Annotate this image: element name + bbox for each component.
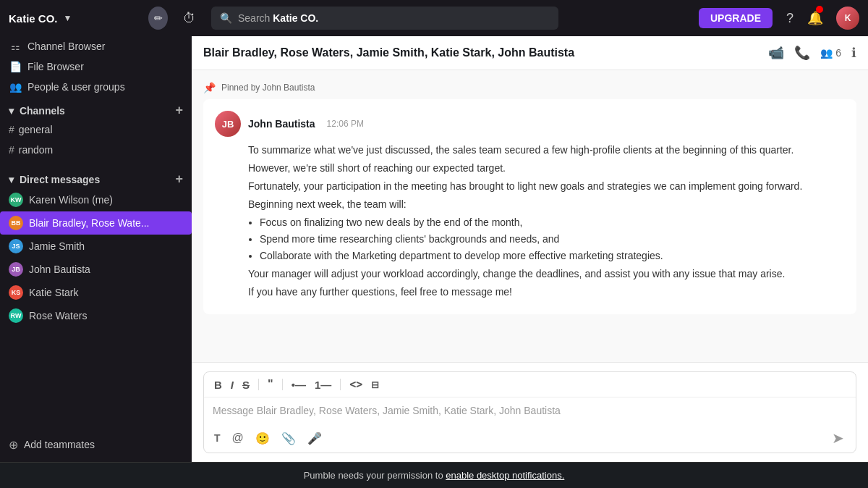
sidebar-item-random[interactable]: # random	[0, 140, 192, 160]
bottom-toolbar-left: T @ 🙂 📎 🎤	[211, 430, 325, 447]
send-button[interactable]: ➤	[827, 428, 848, 448]
channels-section-label: ▾ Channels	[9, 105, 65, 117]
chat-input-area: B I S " •— 1— <> ⊟ Message Blair Bradley…	[192, 362, 868, 462]
bold-button[interactable]: B	[211, 377, 225, 392]
user-avatar[interactable]: K	[836, 7, 859, 30]
chat-title: Blair Bradley, Rose Waters, Jamie Smith,…	[203, 46, 574, 59]
strikethrough-button[interactable]: S	[239, 377, 252, 392]
dm-avatar-john: JB	[9, 262, 23, 277]
top-right-actions: UPGRADE ? 🔔 K	[699, 7, 859, 30]
dm-john-bautista[interactable]: JB John Bautista	[0, 258, 192, 281]
audio-button[interactable]: 🎤	[305, 430, 325, 447]
add-teammates-label: Add teammates	[24, 439, 95, 450]
chat-header: Blair Bradley, Rose Waters, Jamie Smith,…	[192, 36, 868, 70]
dm-jamie-smith[interactable]: JS Jamie Smith	[0, 235, 192, 258]
search-bar[interactable]: 🔍 Search Katie CO.	[211, 7, 558, 30]
workspace-chevron: ▼	[64, 13, 72, 23]
search-label: Search Katie CO.	[238, 12, 318, 24]
search-icon: 🔍	[220, 12, 232, 24]
dm-katie-stark[interactable]: KS Katie Stark	[0, 281, 192, 304]
chat-header-actions: 📹 📞 👥 6 ℹ	[768, 45, 856, 61]
phone-call-button[interactable]: 📞	[794, 45, 810, 61]
message-header: JB John Bautista 12:06 PM	[215, 111, 845, 137]
sidebar: ⚏ Channel Browser 📄 File Browser 👥 Peopl…	[0, 36, 192, 462]
history-button[interactable]: ⏱	[176, 5, 203, 31]
quote-button[interactable]: "	[265, 376, 276, 392]
hash-icon-random: #	[9, 144, 14, 156]
input-box: B I S " •— 1— <> ⊟ Message Blair Bradley…	[203, 371, 856, 453]
bullet-list-button[interactable]: •—	[289, 377, 309, 392]
dm-section-header[interactable]: ▾ Direct messages +	[0, 166, 192, 188]
channel-browser-icon: ⚏	[9, 41, 22, 52]
dm-name-blair: Blair Bradley, Rose Wate...	[29, 217, 150, 229]
mention-button[interactable]: @	[229, 430, 247, 446]
add-teammates-icon: ⊕	[9, 438, 18, 452]
edit-button[interactable]: ✏	[148, 7, 168, 30]
toolbar-divider-1	[258, 379, 259, 390]
bullet-0: Focus on finalizing two new deals by the…	[260, 215, 845, 230]
workspace-menu[interactable]: Katie CO. ▼	[9, 12, 142, 25]
sidebar-item-general[interactable]: # general	[0, 119, 192, 140]
chat-area: Blair Bradley, Rose Waters, Jamie Smith,…	[192, 36, 868, 462]
add-channel-button[interactable]: +	[175, 103, 183, 118]
emoji-button[interactable]: 🙂	[252, 430, 273, 447]
message-closing-1: If you have any further questions, feel …	[248, 285, 845, 300]
message-closing-0: Your manager will adjust your workload a…	[248, 266, 845, 282]
dm-avatar-rose: RW	[9, 308, 23, 323]
chat-messages: 📌 Pinned by John Bautista JB John Bautis…	[192, 70, 868, 362]
file-browser-icon: 📄	[9, 61, 22, 72]
dm-name-john: John Bautista	[29, 264, 90, 275]
notification-dot	[816, 6, 823, 13]
message-body: To summarize what we've just discussed, …	[248, 143, 845, 300]
dm-avatar-blair: BB	[9, 216, 23, 230]
dm-collapse-icon: ▾	[9, 174, 14, 185]
dm-name-rose: Rose Waters	[29, 310, 87, 321]
people-icon: 👥	[9, 81, 22, 93]
sidebar-item-file-browser[interactable]: 📄 File Browser	[0, 56, 192, 77]
dm-avatar-karen: KW	[9, 193, 23, 207]
notification-link[interactable]: enable desktop notifications.	[446, 470, 564, 481]
notification-bell[interactable]: 🔔	[807, 10, 830, 26]
file-browser-label: File Browser	[27, 61, 84, 72]
attach-button[interactable]: 📎	[278, 430, 299, 447]
info-button[interactable]: ℹ	[851, 45, 856, 61]
channel-browser-label: Channel Browser	[27, 41, 105, 52]
add-teammates-button[interactable]: ⊕ Add teammates	[0, 434, 192, 455]
pinned-by-text: Pinned by John Bautista	[221, 83, 315, 93]
dm-section-label: ▾ Direct messages	[9, 174, 100, 185]
channels-collapse-icon: ▾	[9, 105, 14, 117]
sidebar-item-people[interactable]: 👥 People & user groups	[0, 77, 192, 97]
text-format-button[interactable]: T	[211, 431, 224, 445]
notification-text: Pumble needs your permission to	[304, 470, 446, 481]
sidebar-item-channel-browser[interactable]: ⚏ Channel Browser	[0, 36, 192, 56]
message-para-1: However, we're still short of reaching o…	[248, 161, 845, 176]
edit-icon: ✏	[154, 12, 163, 24]
message-para-3: Beginning next week, the team will:	[248, 197, 845, 212]
members-count[interactable]: 👥 6	[820, 47, 841, 59]
channel-general-label: general	[19, 124, 53, 135]
dm-avatar-jamie: JS	[9, 239, 23, 253]
help-button[interactable]: ?	[778, 7, 801, 30]
dm-avatar-katie: KS	[9, 285, 23, 300]
upgrade-button[interactable]: UPGRADE	[699, 8, 773, 28]
dm-blair-bradley[interactable]: BB Blair Bradley, Rose Wate...	[0, 211, 192, 235]
bottom-toolbar: T @ 🙂 📎 🎤 ➤	[204, 424, 856, 453]
dm-karen-wilson[interactable]: KW Karen Wilson (me)	[0, 188, 192, 211]
dm-rose-waters[interactable]: RW Rose Waters	[0, 304, 192, 327]
dm-name-katie: Katie Stark	[29, 287, 78, 298]
italic-button[interactable]: I	[228, 377, 237, 392]
avatar-initials: K	[845, 13, 851, 23]
people-label: People & user groups	[27, 81, 125, 93]
add-dm-button[interactable]: +	[175, 172, 183, 187]
code-block-button[interactable]: ⊟	[368, 378, 382, 392]
pinned-notice: 📌 Pinned by John Bautista	[203, 82, 856, 93]
ordered-list-button[interactable]: 1—	[312, 377, 334, 392]
code-button[interactable]: <>	[346, 376, 365, 392]
message-input[interactable]: Message Blair Bradley, Rose Waters, Jami…	[204, 397, 856, 424]
top-bar: Katie CO. ▼ ✏ ⏱ 🔍 Search Katie CO. UPGRA…	[0, 0, 868, 36]
video-call-button[interactable]: 📹	[768, 45, 784, 61]
channels-section-header[interactable]: ▾ Channels +	[0, 97, 192, 119]
main-area: ⚏ Channel Browser 📄 File Browser 👥 Peopl…	[0, 36, 868, 462]
pin-icon: 📌	[203, 82, 216, 93]
toolbar-divider-2	[282, 379, 283, 390]
